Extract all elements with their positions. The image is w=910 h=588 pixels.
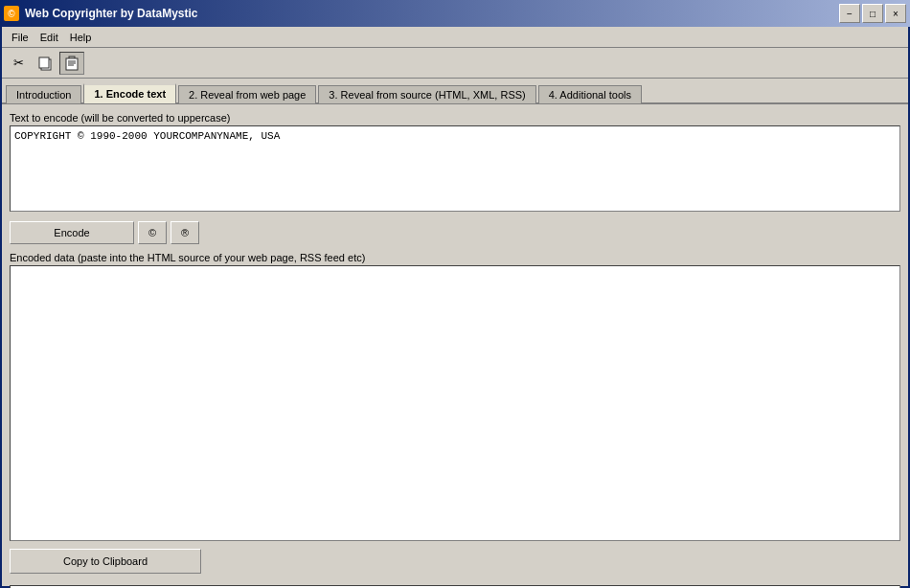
encoded-output-area[interactable]: [10, 265, 900, 541]
tab-additional-tools[interactable]: 4. Additional tools: [538, 85, 642, 103]
tab-reveal-web[interactable]: 2. Reveal from web page: [178, 85, 316, 103]
copy-btn-row: Copy to Clipboard: [10, 545, 900, 577]
tab-encode-text[interactable]: 1. Encode text: [83, 83, 176, 103]
minimize-button[interactable]: −: [839, 4, 860, 23]
app-icon: ©: [4, 6, 19, 21]
tabs-bar: Introduction 1. Encode text 2. Reveal fr…: [2, 79, 908, 104]
encode-text-input[interactable]: [10, 125, 900, 212]
output-label: Encoded data (paste into the HTML source…: [10, 252, 900, 263]
input-label: Text to encode (will be converted to upp…: [10, 112, 900, 124]
window-title: Web Copyrighter by DataMystic: [25, 7, 197, 20]
menu-edit[interactable]: Edit: [34, 30, 64, 45]
menu-file[interactable]: File: [6, 30, 34, 45]
svg-rect-3: [66, 58, 78, 70]
close-button[interactable]: ×: [885, 4, 906, 23]
title-bar: © Web Copyrighter by DataMystic − □ ×: [0, 0, 910, 27]
copy-to-clipboard-button[interactable]: Copy to Clipboard: [10, 549, 201, 574]
toolbar-paste-button[interactable]: [59, 52, 84, 75]
main-content: Text to encode (will be converted to upp…: [2, 104, 908, 585]
toolbar: ✂: [2, 48, 908, 79]
toolbar-copy-button[interactable]: [33, 52, 57, 75]
toolbar-cut-button[interactable]: ✂: [6, 52, 31, 75]
svg-rect-1: [39, 57, 49, 68]
encode-button[interactable]: Encode: [10, 221, 134, 244]
output-section: Encoded data (paste into the HTML source…: [10, 252, 900, 541]
registered-symbol-button[interactable]: ®: [171, 221, 199, 244]
menu-help[interactable]: Help: [64, 30, 98, 45]
window-body: File Edit Help ✂ Introduction: [0, 27, 910, 588]
tab-introduction[interactable]: Introduction: [6, 85, 81, 103]
title-bar-left: © Web Copyrighter by DataMystic: [4, 6, 197, 21]
title-bar-buttons: − □ ×: [839, 4, 906, 23]
encode-buttons-row: Encode © ®: [10, 217, 900, 248]
menu-bar: File Edit Help: [2, 27, 908, 48]
encoded-output-wrapper: [10, 265, 900, 541]
copyright-symbol-button[interactable]: ©: [138, 221, 167, 244]
maximize-button[interactable]: □: [862, 4, 883, 23]
tab-reveal-source[interactable]: 3. Reveal from source (HTML, XML, RSS): [318, 85, 535, 103]
input-section: Text to encode (will be converted to upp…: [10, 112, 900, 214]
